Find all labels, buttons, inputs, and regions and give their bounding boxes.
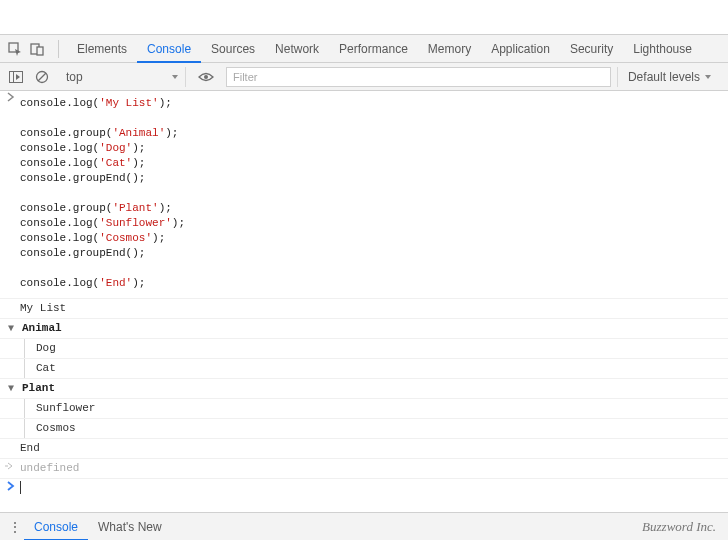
filter-input[interactable]: [226, 67, 611, 87]
group-item: Dog: [0, 339, 728, 359]
drawer-menu-icon[interactable]: ⋮: [8, 519, 24, 535]
return-value: undefined: [20, 462, 79, 474]
tab-memory[interactable]: Memory: [418, 35, 481, 63]
log-levels-selector[interactable]: Default levels: [617, 67, 722, 87]
log-line: My List: [0, 299, 728, 319]
tab-separator: [58, 40, 59, 58]
tab-sources[interactable]: Sources: [201, 35, 265, 63]
return-chevron-icon: [4, 461, 14, 476]
console-prompt[interactable]: [0, 479, 728, 498]
svg-line-6: [38, 73, 46, 81]
drawer-tab-what-s-new[interactable]: What's New: [88, 513, 172, 541]
log-line: End: [0, 439, 728, 459]
chevron-down-icon: [171, 70, 179, 84]
group-item: Sunflower: [0, 399, 728, 419]
console-body: console.log('My List'); console.group('A…: [0, 91, 728, 512]
tab-performance[interactable]: Performance: [329, 35, 418, 63]
group-item: Cosmos: [0, 419, 728, 439]
tab-elements[interactable]: Elements: [67, 35, 137, 63]
context-label: top: [66, 70, 83, 84]
svg-rect-2: [37, 47, 43, 55]
prompt-chevron-icon: [4, 481, 18, 496]
text-cursor: [20, 481, 21, 494]
tab-network[interactable]: Network: [265, 35, 329, 63]
group-header[interactable]: ▼Plant: [0, 379, 728, 399]
chevron-down-icon: [704, 73, 712, 81]
toggle-sidebar-icon[interactable]: [6, 67, 26, 87]
inspect-element-icon[interactable]: [6, 40, 24, 58]
device-toolbar-icon[interactable]: [28, 40, 46, 58]
code-block: console.log('My List'); console.group('A…: [20, 92, 185, 297]
svg-point-7: [204, 75, 208, 79]
console-input-entry: console.log('My List'); console.group('A…: [0, 91, 728, 299]
disclosure-triangle-icon: ▼: [8, 381, 18, 396]
group-title: Plant: [22, 381, 55, 396]
group-item: Cat: [0, 359, 728, 379]
window-top-spacer: [0, 0, 728, 35]
console-toolbar: top Default levels: [0, 63, 728, 91]
tab-console[interactable]: Console: [137, 35, 201, 63]
execution-context-selector[interactable]: top: [58, 67, 186, 87]
brand-label: Buzzword Inc.: [642, 519, 720, 535]
group-header[interactable]: ▼Animal: [0, 319, 728, 339]
input-chevron-icon: [4, 92, 18, 107]
return-value-row: undefined: [0, 459, 728, 479]
levels-label: Default levels: [628, 70, 700, 84]
drawer: ⋮ ConsoleWhat's New Buzzword Inc.: [0, 512, 728, 540]
tab-lighthouse[interactable]: Lighthouse: [623, 35, 702, 63]
group-title: Animal: [22, 321, 62, 336]
live-expression-icon[interactable]: [196, 67, 216, 87]
tab-application[interactable]: Application: [481, 35, 560, 63]
disclosure-triangle-icon: ▼: [8, 321, 18, 336]
drawer-tab-console[interactable]: Console: [24, 513, 88, 541]
clear-console-icon[interactable]: [32, 67, 52, 87]
devtools-tabbar: ElementsConsoleSourcesNetworkPerformance…: [0, 35, 728, 63]
tab-security[interactable]: Security: [560, 35, 623, 63]
